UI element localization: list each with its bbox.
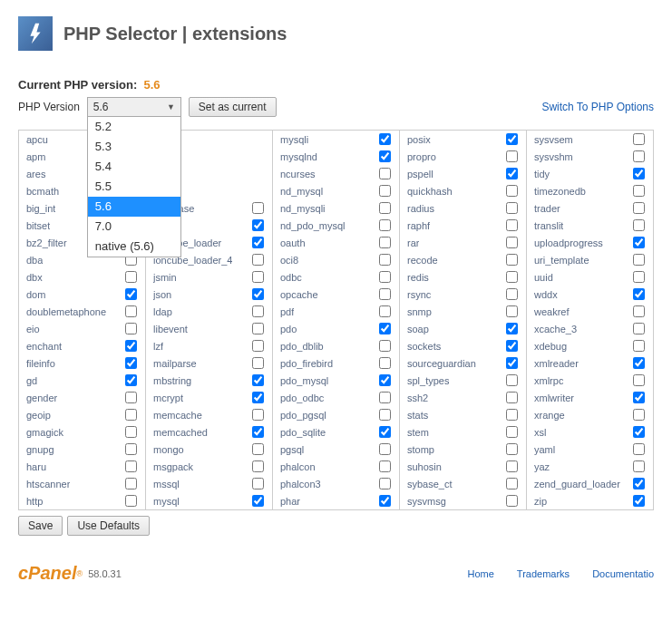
extension-checkbox[interactable] xyxy=(379,409,391,421)
extension-checkbox[interactable] xyxy=(633,460,645,472)
extension-checkbox[interactable] xyxy=(506,219,518,231)
extension-checkbox[interactable] xyxy=(125,426,137,438)
extension-checkbox[interactable] xyxy=(506,168,518,179)
extension-checkbox[interactable] xyxy=(633,392,645,403)
extension-checkbox[interactable] xyxy=(633,443,645,455)
footer-link[interactable]: Home xyxy=(468,568,494,579)
extension-checkbox[interactable] xyxy=(379,168,391,179)
extension-checkbox[interactable] xyxy=(633,340,645,352)
extension-checkbox[interactable] xyxy=(379,185,391,197)
extension-checkbox[interactable] xyxy=(252,460,264,472)
extension-checkbox[interactable] xyxy=(633,426,645,438)
extension-checkbox[interactable] xyxy=(125,271,137,283)
extension-checkbox[interactable] xyxy=(379,271,391,283)
extension-checkbox[interactable] xyxy=(506,443,518,455)
extension-checkbox[interactable] xyxy=(379,219,391,231)
extension-checkbox[interactable] xyxy=(633,168,645,179)
extension-checkbox[interactable] xyxy=(506,254,518,266)
extension-checkbox[interactable] xyxy=(633,150,645,162)
extension-checkbox[interactable] xyxy=(506,340,518,352)
extension-checkbox[interactable] xyxy=(252,237,264,248)
extension-checkbox[interactable] xyxy=(506,374,518,386)
dropdown-option[interactable]: native (5.6) xyxy=(88,237,180,257)
extension-checkbox[interactable] xyxy=(379,374,391,386)
extension-checkbox[interactable] xyxy=(506,237,518,248)
extension-checkbox[interactable] xyxy=(252,340,264,352)
extension-checkbox[interactable] xyxy=(252,323,264,334)
extension-checkbox[interactable] xyxy=(252,254,264,266)
footer-link[interactable]: Trademarks xyxy=(517,568,570,579)
extension-checkbox[interactable] xyxy=(633,323,645,334)
extension-checkbox[interactable] xyxy=(379,150,391,162)
dropdown-option[interactable]: 5.6 xyxy=(88,197,180,217)
extension-checkbox[interactable] xyxy=(506,185,518,197)
footer-link[interactable]: Documentatio xyxy=(592,568,654,579)
extension-checkbox[interactable] xyxy=(125,323,137,334)
extension-checkbox[interactable] xyxy=(125,409,137,421)
extension-checkbox[interactable] xyxy=(379,478,391,489)
extension-checkbox[interactable] xyxy=(379,202,391,214)
extension-checkbox[interactable] xyxy=(379,443,391,455)
extension-checkbox[interactable] xyxy=(506,495,518,507)
extension-checkbox[interactable] xyxy=(506,409,518,421)
extension-checkbox[interactable] xyxy=(125,357,137,369)
extension-checkbox[interactable] xyxy=(633,133,645,145)
extension-checkbox[interactable] xyxy=(125,288,137,300)
save-button[interactable]: Save xyxy=(18,516,63,536)
extension-checkbox[interactable] xyxy=(125,392,137,403)
extension-checkbox[interactable] xyxy=(379,323,391,334)
extension-checkbox[interactable] xyxy=(633,237,645,248)
extension-checkbox[interactable] xyxy=(125,460,137,472)
extension-checkbox[interactable] xyxy=(379,495,391,507)
extension-checkbox[interactable] xyxy=(633,409,645,421)
extension-checkbox[interactable] xyxy=(252,305,264,317)
extension-checkbox[interactable] xyxy=(633,271,645,283)
extension-checkbox[interactable] xyxy=(633,254,645,266)
extension-checkbox[interactable] xyxy=(379,392,391,403)
extension-checkbox[interactable] xyxy=(633,305,645,317)
dropdown-option[interactable]: 5.5 xyxy=(88,177,180,197)
extension-checkbox[interactable] xyxy=(506,271,518,283)
extension-checkbox[interactable] xyxy=(252,288,264,300)
use-defaults-button[interactable]: Use Defaults xyxy=(67,516,150,536)
extension-checkbox[interactable] xyxy=(252,202,264,214)
php-version-select[interactable]: 5.6 ▼ 5.25.35.45.55.67.0native (5.6) xyxy=(87,97,181,117)
extension-checkbox[interactable] xyxy=(125,495,137,507)
extension-checkbox[interactable] xyxy=(252,357,264,369)
extension-checkbox[interactable] xyxy=(633,202,645,214)
extension-checkbox[interactable] xyxy=(252,426,264,438)
dropdown-option[interactable]: 5.3 xyxy=(88,137,180,157)
php-version-dropdown[interactable]: 5.25.35.45.55.67.0native (5.6) xyxy=(87,117,181,257)
extension-checkbox[interactable] xyxy=(125,443,137,455)
extension-checkbox[interactable] xyxy=(125,305,137,317)
extension-checkbox[interactable] xyxy=(506,460,518,472)
extension-checkbox[interactable] xyxy=(379,254,391,266)
extension-checkbox[interactable] xyxy=(252,219,264,231)
extension-checkbox[interactable] xyxy=(252,271,264,283)
extension-checkbox[interactable] xyxy=(506,426,518,438)
extension-checkbox[interactable] xyxy=(379,133,391,145)
extension-checkbox[interactable] xyxy=(252,478,264,489)
dropdown-option[interactable]: 5.2 xyxy=(88,117,180,137)
switch-to-options-link[interactable]: Switch To PHP Options xyxy=(541,97,654,113)
extension-checkbox[interactable] xyxy=(506,323,518,334)
dropdown-option[interactable]: 5.4 xyxy=(88,157,180,177)
extension-checkbox[interactable] xyxy=(252,392,264,403)
extension-checkbox[interactable] xyxy=(125,374,137,386)
extension-checkbox[interactable] xyxy=(379,357,391,369)
extension-checkbox[interactable] xyxy=(379,288,391,300)
extension-checkbox[interactable] xyxy=(252,409,264,421)
extension-checkbox[interactable] xyxy=(633,478,645,489)
extension-checkbox[interactable] xyxy=(252,374,264,386)
extension-checkbox[interactable] xyxy=(125,340,137,352)
extension-checkbox[interactable] xyxy=(379,460,391,472)
extension-checkbox[interactable] xyxy=(506,357,518,369)
extension-checkbox[interactable] xyxy=(506,305,518,317)
extension-checkbox[interactable] xyxy=(252,495,264,507)
extension-checkbox[interactable] xyxy=(506,133,518,145)
extension-checkbox[interactable] xyxy=(633,185,645,197)
extension-checkbox[interactable] xyxy=(379,340,391,352)
extension-checkbox[interactable] xyxy=(506,392,518,403)
extension-checkbox[interactable] xyxy=(633,374,645,386)
extension-checkbox[interactable] xyxy=(633,357,645,369)
